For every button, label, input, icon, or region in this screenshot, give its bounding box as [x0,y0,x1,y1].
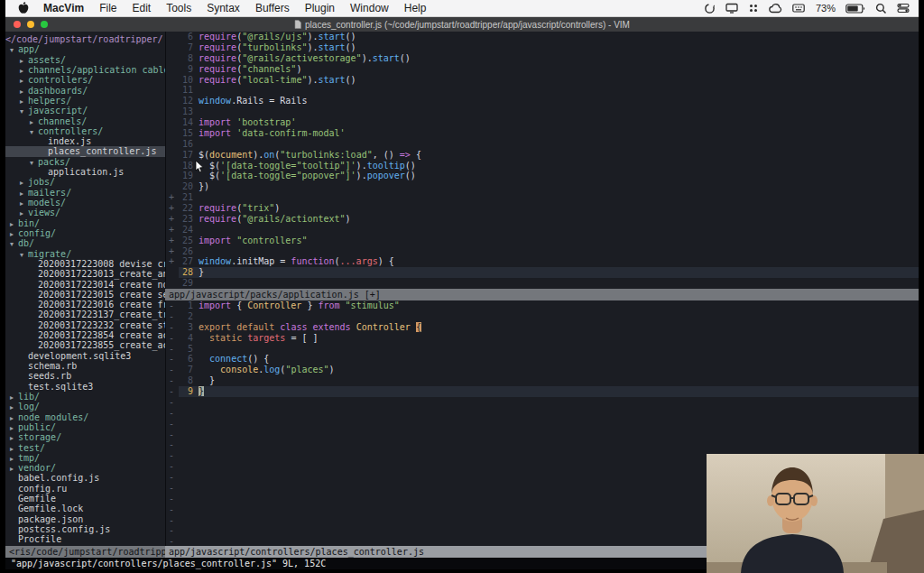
code-line-11[interactable]: 11 [179,85,919,96]
tree-item-gemfile[interactable]: Gemfile [5,494,165,504]
code-line-2[interactable]: 2 [179,311,919,322]
menu-tools[interactable]: Tools [166,2,191,14]
menu-window[interactable]: Window [350,2,389,14]
expander-icon[interactable]: ▸ [10,402,18,411]
tree-item-development-sqlite3[interactable]: development.sqlite3 [5,351,165,361]
tree-item-20200317223013-create-ann[interactable]: 20200317223013_create_ann [5,269,165,279]
tree-item-20200317223854-create-act[interactable]: 20200317223854_create_act [5,330,165,340]
code-line-19[interactable]: 19 $('[data-toggle="popover"]').popover(… [179,171,919,181]
expander-icon[interactable]: ▸ [10,444,18,453]
tree-item-20200317223015-create-ser[interactable]: 20200317223015_create_ser [5,290,165,300]
expander-icon[interactable]: ▾ [20,106,28,116]
expander-icon[interactable]: ▸ [20,66,28,75]
code-line-28[interactable]: 28} [179,267,919,278]
tree-item-seeds-rb[interactable]: seeds.rb [5,371,165,381]
tree-item-20200317223137-create-tri[interactable]: 20200317223137_create_tri [5,310,165,319]
tree-item-helpers[interactable]: ▸helpers/ [5,96,165,106]
expander-icon[interactable]: ▸ [20,178,28,187]
menu-macvim[interactable]: MacVim [43,2,84,14]
expander-icon[interactable]: ▸ [10,393,18,402]
code-line-29[interactable]: 29 [179,278,919,289]
tree-item-views[interactable]: ▸views/ [5,208,165,217]
tree-item-javascript[interactable]: ▾javascript/ [5,106,165,116]
tree-item-mailers[interactable]: ▸mailers/ [5,188,165,198]
code-line-16[interactable]: 16 [179,139,919,150]
expander-icon[interactable]: ▸ [10,433,18,442]
tree-item-package-json[interactable]: package.json [5,514,165,524]
code-line-22[interactable]: 22require("trix") [179,203,919,214]
tree-item-packs[interactable]: ▾packs/ [5,157,165,167]
expander-icon[interactable]: ▸ [20,76,28,85]
tree-item-tmp[interactable]: ▸tmp/ [5,453,165,463]
expander-icon[interactable]: ▸ [10,413,18,422]
expander-icon[interactable]: ▸ [20,56,28,65]
menu-file[interactable]: File [99,2,116,14]
cloud-icon[interactable] [769,4,782,14]
code-line-12[interactable]: 12window.Rails = Rails [179,96,919,106]
tree-item-vendor[interactable]: ▸vendor/ [5,463,165,473]
code-line-5[interactable]: 5 [179,344,919,355]
tree-item-gemfile-lock[interactable]: Gemfile.lock [5,504,165,513]
code-line-1[interactable]: 1import { Controller } from "stimulus" [179,300,919,311]
code-line-10[interactable]: 10require("local-time").start() [179,75,919,86]
tree-item-20200317223008-devise-cre[interactable]: 20200317223008_devise_cre [5,259,165,269]
display-icon[interactable] [725,3,738,14]
tree-item-app[interactable]: ▾app/ [5,44,165,54]
expander-icon[interactable]: ▸ [10,229,18,238]
tree-item-controllers[interactable]: ▸controllers/ [5,75,165,85]
titlebar[interactable]: places_controller.js (~/code/jumpstart/r… [5,17,919,32]
code-line-17[interactable]: 17$(document).on("turbolinks:load", () =… [179,150,919,161]
tree-item-storage[interactable]: ▸storage/ [5,432,165,442]
grid-icon[interactable] [748,3,759,14]
code-line-3[interactable]: 3export default class extends Controller… [179,322,919,333]
expander-icon[interactable]: ▸ [10,423,18,432]
code-line-9[interactable]: 9} [179,386,919,397]
tree-item-babel-config-js[interactable]: babel.config.js [5,473,165,483]
tree-item-20200317223016-create-fri[interactable]: 20200317223016_create_fri [5,300,165,310]
tree-item-assets[interactable]: ▸assets/ [5,55,165,65]
code-line-26[interactable]: 26 [179,246,919,257]
tree-item-db[interactable]: ▾db/ [5,238,165,248]
tree-item-places-controller-js[interactable]: places_controller.js [5,146,165,156]
tree-item-log[interactable]: ▸log/ [5,402,165,411]
tree-item-jobs[interactable]: ▸jobs/ [5,177,165,187]
minimize-button[interactable] [27,21,34,28]
apple-icon[interactable] [18,2,29,14]
spotlight-icon[interactable] [875,3,887,14]
expander-icon[interactable]: ▸ [20,189,28,198]
tree-item-channels-application-cable[interactable]: ▸channels/application_cable/ [5,65,165,75]
code-line-27[interactable]: 27window.initMap = function(...args) { [179,256,919,267]
expander-icon[interactable]: ▾ [30,158,38,167]
code-line-25[interactable]: 25import "controllers" [179,236,919,246]
tree-item-node-modules[interactable]: ▸node_modules/ [5,412,165,422]
code-line-6[interactable]: 6require("@rails/ujs").start() [179,32,919,42]
tree-item-test[interactable]: ▸test/ [5,443,165,453]
tree-root[interactable]: </code/jumpstart/roadtripper/ [5,34,165,44]
menu-syntax[interactable]: Syntax [207,2,240,14]
code-line-8[interactable]: 8require("@rails/activestorage").start() [179,53,919,64]
tree-item-dashboards[interactable]: ▸dashboards/ [5,86,165,96]
code-line-9[interactable]: 9require("channels") [179,64,919,75]
tree-item-test-sqlite3[interactable]: test.sqlite3 [5,382,165,392]
tree-item-config[interactable]: ▸config/ [5,228,165,238]
tree-item-lib[interactable]: ▸lib/ [5,392,165,402]
tree-item-public[interactable]: ▸public/ [5,422,165,432]
keyboard-icon[interactable] [792,4,805,13]
code-line-4[interactable]: 4 static targets = [ ] [179,333,919,344]
zoom-button[interactable] [41,21,48,28]
tree-item-postcss-config-js[interactable]: postcss.config.js [5,524,165,534]
expander-icon[interactable]: ▾ [10,45,18,54]
tree-item-config-ru[interactable]: config.ru [5,484,165,494]
tree-item-20200317223232-create-sto[interactable]: 20200317223232_create_sto [5,320,165,330]
menu-plugin[interactable]: Plugin [305,2,335,14]
expander-icon[interactable]: ▸ [20,87,28,96]
code-line-7[interactable]: 7 console.log("places") [179,365,919,375]
code-line-13[interactable]: 13 [179,106,919,117]
control-center-icon[interactable] [897,3,910,14]
tree-item-procfile[interactable]: Procfile [5,534,165,544]
tree-item-application-js[interactable]: application.js [5,167,165,177]
expander-icon[interactable]: ▸ [20,208,28,217]
code-line-14[interactable]: 14import 'bootstrap' [179,117,919,128]
code-line-15[interactable]: 15import 'data-confirm-modal' [179,128,919,139]
code-line-23[interactable]: 23require("@rails/actiontext") [179,214,919,225]
